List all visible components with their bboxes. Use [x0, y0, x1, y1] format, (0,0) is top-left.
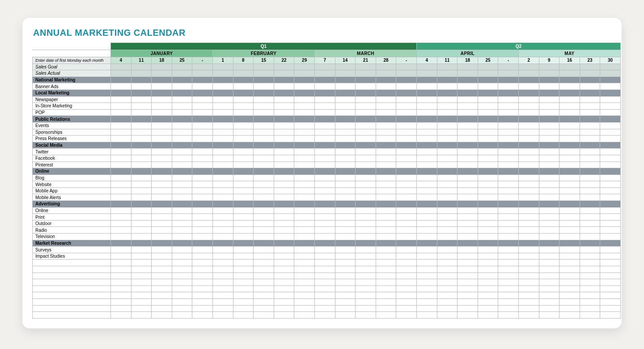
calendar-cell[interactable] [600, 116, 621, 123]
calendar-cell[interactable] [111, 187, 131, 194]
calendar-cell[interactable] [233, 70, 254, 77]
calendar-cell[interactable] [233, 201, 254, 208]
calendar-cell[interactable] [416, 272, 437, 279]
calendar-cell[interactable] [131, 187, 152, 194]
calendar-cell[interactable] [212, 96, 233, 103]
calendar-cell[interactable] [539, 122, 559, 129]
calendar-cell[interactable] [335, 155, 356, 162]
calendar-cell[interactable] [600, 272, 621, 279]
calendar-cell[interactable] [152, 181, 172, 188]
calendar-cell[interactable] [172, 266, 192, 273]
calendar-cell[interactable] [274, 83, 294, 90]
calendar-cell[interactable] [131, 272, 152, 279]
calendar-cell[interactable] [396, 142, 417, 149]
calendar-cell[interactable] [356, 129, 376, 136]
calendar-cell[interactable] [498, 174, 519, 181]
calendar-cell[interactable] [416, 234, 437, 240]
calendar-cell[interactable] [478, 96, 498, 103]
calendar-cell[interactable] [335, 253, 356, 260]
calendar-cell[interactable] [233, 266, 254, 273]
calendar-cell[interactable] [192, 247, 213, 253]
calendar-cell[interactable] [580, 234, 600, 240]
calendar-cell[interactable] [335, 266, 356, 273]
calendar-cell[interactable] [294, 109, 315, 116]
calendar-cell[interactable] [539, 207, 559, 214]
calendar-cell[interactable] [498, 77, 519, 83]
calendar-cell[interactable] [458, 168, 478, 175]
calendar-cell[interactable] [192, 279, 213, 286]
calendar-cell[interactable] [376, 187, 396, 194]
calendar-cell[interactable] [498, 214, 519, 221]
calendar-cell[interactable] [600, 162, 621, 168]
calendar-cell[interactable] [478, 129, 498, 136]
calendar-cell[interactable] [131, 155, 152, 162]
calendar-cell[interactable] [437, 174, 458, 181]
calendar-cell[interactable] [314, 305, 335, 312]
calendar-cell[interactable] [396, 64, 417, 70]
calendar-cell[interactable] [559, 207, 580, 214]
calendar-cell[interactable] [314, 194, 335, 201]
calendar-cell[interactable] [131, 77, 152, 83]
calendar-cell[interactable] [152, 187, 172, 194]
calendar-cell[interactable] [335, 220, 356, 227]
calendar-cell[interactable] [274, 162, 294, 168]
calendar-cell[interactable] [478, 136, 498, 142]
calendar-cell[interactable] [580, 174, 600, 181]
calendar-cell[interactable] [294, 305, 315, 312]
calendar-cell[interactable] [416, 64, 437, 70]
calendar-cell[interactable] [111, 162, 131, 168]
calendar-cell[interactable] [254, 253, 274, 260]
calendar-cell[interactable] [335, 234, 356, 240]
calendar-cell[interactable] [233, 207, 254, 214]
calendar-cell[interactable] [580, 279, 600, 286]
calendar-cell[interactable] [111, 109, 131, 116]
calendar-cell[interactable] [233, 247, 254, 253]
calendar-cell[interactable] [458, 298, 478, 305]
calendar-cell[interactable] [437, 285, 458, 292]
calendar-cell[interactable] [437, 181, 458, 188]
calendar-cell[interactable] [335, 116, 356, 123]
calendar-cell[interactable] [314, 247, 335, 253]
calendar-cell[interactable] [233, 89, 254, 96]
calendar-cell[interactable] [274, 279, 294, 286]
calendar-cell[interactable] [600, 89, 621, 96]
calendar-cell[interactable] [152, 194, 172, 201]
calendar-cell[interactable] [152, 312, 172, 319]
calendar-cell[interactable] [539, 96, 559, 103]
calendar-cell[interactable] [111, 220, 131, 227]
calendar-cell[interactable] [356, 83, 376, 90]
calendar-cell[interactable] [212, 298, 233, 305]
calendar-cell[interactable] [335, 77, 356, 83]
calendar-cell[interactable] [396, 285, 417, 292]
calendar-cell[interactable] [356, 260, 376, 266]
calendar-cell[interactable] [254, 240, 274, 247]
calendar-cell[interactable] [294, 64, 315, 70]
calendar-cell[interactable] [437, 207, 458, 214]
calendar-cell[interactable] [172, 247, 192, 253]
calendar-cell[interactable] [539, 279, 559, 286]
calendar-cell[interactable] [356, 247, 376, 253]
calendar-cell[interactable] [274, 136, 294, 142]
calendar-cell[interactable] [172, 279, 192, 286]
calendar-cell[interactable] [274, 292, 294, 299]
calendar-cell[interactable] [314, 312, 335, 319]
week-date[interactable]: 14 [335, 57, 356, 64]
calendar-cell[interactable] [416, 292, 437, 299]
calendar-cell[interactable] [192, 266, 213, 273]
calendar-cell[interactable] [335, 214, 356, 221]
calendar-cell[interactable] [498, 240, 519, 247]
calendar-cell[interactable] [152, 266, 172, 273]
calendar-cell[interactable] [314, 149, 335, 155]
calendar-cell[interactable] [254, 96, 274, 103]
calendar-cell[interactable] [539, 187, 559, 194]
calendar-cell[interactable] [559, 253, 580, 260]
calendar-cell[interactable] [580, 247, 600, 253]
calendar-cell[interactable] [539, 253, 559, 260]
calendar-cell[interactable] [518, 240, 539, 247]
calendar-cell[interactable] [478, 116, 498, 123]
calendar-cell[interactable] [131, 285, 152, 292]
calendar-cell[interactable] [539, 168, 559, 175]
calendar-cell[interactable] [580, 96, 600, 103]
calendar-cell[interactable] [131, 168, 152, 175]
calendar-cell[interactable] [396, 129, 417, 136]
